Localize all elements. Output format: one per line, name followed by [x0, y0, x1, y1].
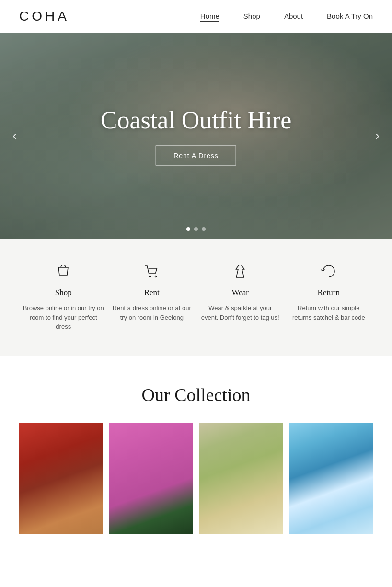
cart-icon [143, 263, 161, 282]
nav-item-about[interactable]: About [284, 12, 303, 21]
svg-point-0 [149, 276, 150, 277]
feature-wear-title: Wear [232, 288, 249, 298]
hero-title: Coastal Outfit Hire [101, 106, 292, 134]
nav-link-book[interactable]: Book A Try On [327, 12, 373, 20]
feature-rent-title: Rent [144, 288, 160, 298]
nav-link-home[interactable]: Home [200, 12, 219, 22]
feature-wear: Wear Wear & sparkle at your event. Don't… [199, 263, 281, 322]
hero-content: Coastal Outfit Hire Rent A Dress [101, 106, 292, 166]
hero-dots [186, 227, 206, 231]
collection-item-4[interactable] [289, 423, 373, 534]
feature-return-desc: Return with our simple returns satchel &… [288, 303, 369, 322]
dress-icon [231, 263, 249, 282]
collection-section: Our Collection [0, 356, 392, 553]
nav-item-book[interactable]: Book A Try On [327, 12, 373, 21]
nav-item-shop[interactable]: Shop [243, 12, 260, 21]
collection-item-1[interactable] [19, 423, 103, 534]
hero-next-button[interactable]: › [370, 123, 384, 148]
collection-item-3[interactable] [199, 423, 283, 534]
feature-rent-desc: Rent a dress online or at our try on roo… [111, 303, 193, 322]
nav-links: Home Shop About Book A Try On [200, 12, 373, 21]
navigation: COHA Home Shop About Book A Try On [0, 0, 392, 33]
collection-grid [19, 423, 373, 534]
feature-shop: Shop Browse online or in our try on room… [23, 263, 104, 332]
collection-item-2[interactable] [109, 423, 193, 534]
collection-title: Our Collection [19, 384, 373, 405]
feature-return-title: Return [318, 288, 340, 298]
feature-wear-desc: Wear & sparkle at your event. Don't forg… [199, 303, 281, 322]
shop-icon [55, 263, 72, 282]
dot-3[interactable] [202, 227, 206, 231]
logo[interactable]: COHA [19, 9, 69, 24]
feature-rent: Rent Rent a dress online or at our try o… [111, 263, 193, 322]
feature-shop-title: Shop [55, 288, 72, 298]
dot-1[interactable] [186, 227, 190, 231]
nav-item-home[interactable]: Home [200, 12, 219, 21]
nav-link-shop[interactable]: Shop [243, 12, 260, 20]
hero-prev-button[interactable]: ‹ [8, 123, 22, 148]
hero-cta-button[interactable]: Rent A Dress [156, 146, 236, 166]
feature-return: Return Return with our simple returns sa… [288, 263, 369, 322]
nav-link-about[interactable]: About [284, 12, 303, 20]
feature-shop-desc: Browse online or in our try on room to f… [23, 303, 104, 332]
dot-2[interactable] [194, 227, 198, 231]
svg-point-1 [155, 276, 156, 277]
hero-section: Coastal Outfit Hire Rent A Dress ‹ › [0, 33, 392, 239]
chevron-left-icon: ‹ [12, 128, 17, 143]
features-section: Shop Browse online or in our try on room… [0, 239, 392, 356]
chevron-right-icon: › [375, 128, 380, 143]
return-icon [320, 263, 337, 282]
